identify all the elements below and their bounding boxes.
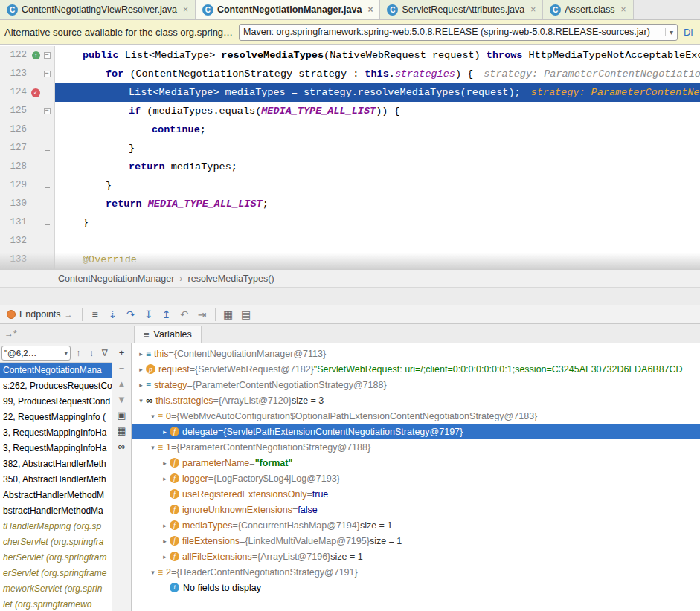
fold-end-icon[interactable] — [45, 146, 50, 151]
stack-frame[interactable]: 382, AbstractHandlerMeth — [0, 456, 112, 472]
variable-row-allfileextensions[interactable]: ▸fallFileExtensions = {ArrayList@7196} s… — [132, 549, 700, 564]
thread-selector[interactable]: "@6,2… ▾ — [1, 346, 71, 361]
variable-row-request[interactable]: ▸prequest = {ServletWebRequest@7182} "Se… — [132, 361, 700, 377]
breadcrumb-method[interactable]: resolveMediaTypes() — [188, 274, 274, 284]
stack-frame[interactable]: tHandlerMapping (org.sp — [0, 519, 112, 534]
gutter[interactable]: 123− — [0, 65, 55, 83]
gutter[interactable]: 130 — [0, 195, 55, 213]
chevron-right-icon[interactable]: ▸ — [160, 459, 170, 467]
edit-watch-icon[interactable]: ▦ — [117, 426, 126, 436]
stack-frame[interactable]: 350, AbstractHandlerMeth — [0, 472, 112, 488]
breakpoint-icon[interactable]: ✓ — [31, 88, 40, 97]
close-icon[interactable]: × — [367, 4, 373, 15]
code-editor[interactable]: 122↑−public List<MediaType> resolveMedia… — [0, 45, 700, 269]
chevron-right-icon[interactable]: ▸ — [160, 475, 170, 482]
stack-frame[interactable]: erServlet (org.springframe — [0, 566, 112, 581]
chevron-down-icon[interactable]: ▾ — [136, 397, 146, 404]
variable-row-0[interactable]: ▾≡0 = {WebMvcAutoConfiguration$OptionalP… — [132, 408, 700, 424]
gutter[interactable]: 131 — [0, 213, 55, 232]
variable-row-strategy[interactable]: ▸≡strategy = {ParameterContentNegotiatio… — [132, 377, 700, 392]
variable-row-no-fields-to-display[interactable]: iNo fields to display — [132, 580, 700, 595]
variable-row-mediatypes[interactable]: ▸fmediaTypes = {ConcurrentHashMap@7194} … — [132, 517, 700, 533]
variable-row-parametername[interactable]: ▸fparameterName = "format" — [132, 455, 700, 471]
step-over-icon[interactable]: ↷ — [122, 306, 140, 323]
step-out-icon[interactable]: ↥ — [158, 306, 176, 323]
show-watches-icon[interactable]: ∞ — [118, 442, 125, 451]
stack-frame[interactable]: 3, RequestMappingInfoHa — [0, 441, 112, 456]
chevron-down-icon[interactable]: ▾ — [148, 569, 158, 576]
stack-frame[interactable]: let (org.springframewo — [0, 597, 112, 611]
settings-grid-icon[interactable]: ▤ — [237, 306, 255, 323]
tab-assert-class[interactable]: CAssert.class× — [543, 0, 633, 19]
filter-icon[interactable]: ∇ — [99, 348, 110, 358]
show-execution-point-icon[interactable]: ⇣ — [104, 306, 122, 323]
chevron-right-icon[interactable]: ▸ — [136, 381, 146, 389]
stack-frame[interactable]: bstractHandlerMethodMa — [0, 503, 112, 519]
chevron-right-icon[interactable]: ▸ — [136, 350, 146, 358]
fold-icon[interactable]: − — [44, 52, 51, 59]
breadcrumb-class[interactable]: ContentNegotiationManager — [58, 274, 174, 284]
focus-icon[interactable]: →* — [4, 329, 17, 339]
variable-row-1[interactable]: ▾≡1 = {ParameterContentNegotiationStrate… — [132, 439, 700, 455]
frame-down-icon[interactable]: ↓ — [86, 348, 97, 358]
variable-row-ignoreunknownextensions[interactable]: fignoreUnknownExtensions = false — [132, 502, 700, 517]
remove-watch-icon[interactable]: − — [119, 363, 125, 373]
duplicate-watch-icon[interactable]: ▣ — [117, 410, 126, 420]
gutter[interactable]: 126 — [0, 120, 55, 139]
add-watch-icon[interactable]: + — [119, 348, 125, 358]
move-watch-down-icon[interactable]: ▼ — [117, 395, 126, 404]
chevron-down-icon[interactable]: ▾ — [148, 413, 158, 420]
drop-frame-icon[interactable]: ↶ — [176, 306, 193, 323]
chevron-down-icon[interactable]: ▾ — [665, 28, 673, 36]
fold-end-icon[interactable] — [45, 183, 50, 188]
run-to-cursor-icon[interactable]: ⇥ — [193, 306, 211, 323]
variable-row-delegate[interactable]: ▸fdelegate = {ServletPathExtensionConten… — [132, 424, 700, 439]
stack-frame[interactable]: ContentNegotiationMana — [0, 363, 112, 378]
close-icon[interactable]: × — [530, 4, 536, 15]
source-jar-dropdown[interactable]: Maven: org.springframework:spring-web:5.… — [239, 24, 678, 41]
stack-frame[interactable]: s:262, ProducesRequestCo — [0, 378, 112, 394]
variable-row-this-strategies[interactable]: ▾∞this.strategies = {ArrayList@7120} siz… — [132, 392, 700, 408]
stack-frame[interactable]: cherServlet (org.springfra — [0, 534, 112, 550]
stack-frame[interactable]: AbstractHandlerMethodM — [0, 488, 112, 503]
tab-servletrequestattributes-java[interactable]: CServletRequestAttributes.java× — [380, 0, 543, 19]
chevron-right-icon[interactable]: ▸ — [160, 553, 170, 560]
tab-endpoints[interactable]: Endpoints → — [1, 306, 78, 323]
gutter[interactable]: 129 — [0, 176, 55, 195]
tab-contentnegotiatingviewresolver-java[interactable]: CContentNegotiatingViewResolver.java× — [0, 0, 196, 19]
close-icon[interactable]: × — [183, 4, 188, 15]
chevron-right-icon[interactable]: ▸ — [160, 537, 170, 545]
evaluate-expression-icon[interactable]: ▦ — [219, 306, 237, 323]
gutter[interactable]: 132 — [0, 232, 55, 250]
layout-settings-icon[interactable]: ≡ — [86, 306, 104, 323]
stack-frame[interactable]: herServlet (org.springfram — [0, 550, 112, 566]
stack-frame[interactable]: meworkServlet (org.sprin — [0, 581, 112, 597]
stack-frame[interactable]: 22, RequestMappingInfo ( — [0, 410, 112, 425]
variable-row-this[interactable]: ▸≡this = {ContentNegotiationManager@7113… — [132, 346, 700, 361]
close-icon[interactable]: × — [621, 4, 626, 15]
move-watch-up-icon[interactable]: ▲ — [117, 379, 126, 389]
chevron-down-icon[interactable]: ▾ — [148, 444, 158, 451]
tab-variables[interactable]: ≡ Variables — [134, 326, 202, 343]
gutter[interactable]: 122↑− — [0, 46, 55, 65]
gutter[interactable]: 124✓ — [0, 83, 55, 102]
disable-link[interactable]: Di — [684, 27, 696, 38]
implements-icon[interactable]: ↑ — [32, 51, 40, 59]
stack-frame[interactable]: 99, ProducesRequestCond — [0, 394, 112, 410]
gutter[interactable]: 128 — [0, 158, 55, 176]
fold-icon[interactable]: − — [44, 71, 51, 77]
chevron-right-icon[interactable]: ▸ — [160, 522, 170, 529]
variable-row-fileextensions[interactable]: ▸ffileExtensions = {LinkedMultiValueMap@… — [132, 533, 700, 549]
fold-end-icon[interactable] — [45, 220, 50, 225]
fold-icon[interactable]: − — [44, 108, 51, 114]
step-into-icon[interactable]: ↧ — [140, 306, 158, 323]
variable-row-logger[interactable]: ▸flogger = {LogFactory$Log4jLog@7193} — [132, 471, 700, 486]
gutter[interactable]: 127 — [0, 139, 55, 158]
variable-row-useregisteredextensionsonly[interactable]: fuseRegisteredExtensionsOnly = true — [132, 486, 700, 502]
gutter[interactable]: 125− — [0, 102, 55, 120]
chevron-right-icon[interactable]: ▸ — [160, 428, 170, 436]
chevron-right-icon[interactable]: ▸ — [136, 366, 146, 373]
frame-up-icon[interactable]: ↑ — [73, 348, 84, 358]
tab-contentnegotiationmanager-java[interactable]: CContentNegotiationManager.java× — [196, 0, 381, 19]
variable-row-2[interactable]: ▾≡2 = {HeaderContentNegotiationStrategy@… — [132, 564, 700, 580]
